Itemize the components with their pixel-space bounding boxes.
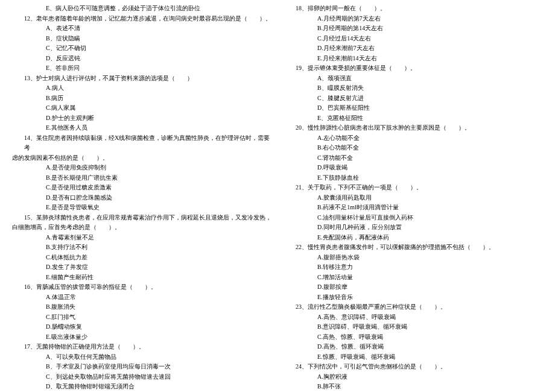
answer-option: E.是否是导管吸氧史 <box>12 203 271 213</box>
answer-option: D.是否有口腔念珠菌感染 <box>12 193 271 203</box>
left-column: E、病人卧位不可随意调整，必须处于适于体位引流的卧位12、老年患者随着年龄的增加… <box>12 4 271 392</box>
answer-option: D.肠蠕动恢复 <box>12 322 271 332</box>
answer-option: B、手术室及门诊换药室使用均应每日消毒一次 <box>12 362 271 372</box>
question-continuation: 白细胞增高，应首先考虑的是（ ）。 <box>12 223 271 233</box>
answer-option: E、克匿格征阳性 <box>284 113 543 124</box>
answer-option: B.支持疗法不利 <box>12 242 271 253</box>
answer-option: A、颈项强直 <box>284 74 543 84</box>
answer-option: D.月经来潮前7天左右 <box>284 43 543 54</box>
question-text: 20、慢性肺源性心脏病患者出现下肢水肿的主要原因是（ ）。 <box>284 123 543 133</box>
answer-option: C、膝腱反射亢进 <box>284 93 543 104</box>
question-text: 22、慢性胃炎患者腹痛发作时，可以缓解腹痛的护理措施不包括（ ）。 <box>284 242 543 253</box>
answer-option: E.月经来潮前14天左右 <box>284 54 543 64</box>
answer-option: E.下肢静脉血栓 <box>284 173 543 183</box>
answer-option: B.腹胀消失 <box>12 302 271 312</box>
answer-option: B、症状隐瞒 <box>12 34 271 44</box>
answer-option: B.转移注意力 <box>284 262 543 273</box>
question-text: 14、某住院患者因持续咳黏痰，经X线和痰菌检查，诊断为真菌性肺炎，在护理评估时，… <box>12 133 271 153</box>
answer-option: A.胸腔积液 <box>284 372 543 382</box>
answer-option: B.是否长期使用广谱抗生素 <box>12 173 271 183</box>
question-text: 24、下列情况中，可引起气管向患侧移位的是（ ）。 <box>284 362 543 372</box>
answer-option: C.肛门排气 <box>12 312 271 323</box>
answer-option: D、取无菌持物钳时钳端无须闭合 <box>12 382 271 392</box>
answer-option: C、到远处夹取物品时应将无菌持物钳速去速回 <box>12 372 271 382</box>
answer-option: B.病历 <box>12 93 271 104</box>
answer-option: A.病人 <box>12 83 271 93</box>
answer-option: D、巴宾斯基征阳性 <box>284 103 543 113</box>
answer-option: E、病人卧位不可随意调整，必须处于适于体位引流的卧位 <box>12 4 271 14</box>
answer-option: E、答非所问 <box>12 63 271 74</box>
answer-option: B.肺不张 <box>284 382 543 392</box>
right-column: 18、排卵的时间一般在（ ）。A.月经周期的第7天左右B.月经周期的第14天左右… <box>284 4 543 392</box>
answer-option: D.同时用几种药液，应分别放置 <box>284 223 543 233</box>
answer-option: D.护士的主观判断 <box>12 113 271 124</box>
answer-option: C.油剂用量杯计量后可直接倒入药杯 <box>284 213 543 223</box>
answer-option: A.腹部捂热水袋 <box>284 253 543 263</box>
answer-option: A.胶囊须用药匙取用 <box>284 193 543 203</box>
answer-option: A.左心功能不全 <box>284 133 543 144</box>
answer-option: D.高热、惊厥、循环衰竭 <box>284 342 543 352</box>
answer-option: A.月经周期的第7天左右 <box>284 14 543 24</box>
question-continuation: 虑的发病因素不包括的是（ ）。 <box>12 153 271 163</box>
question-text: 23、流行性乙型脑炎极期最严重的三种症状是（ ）。 <box>284 302 543 312</box>
answer-option: C.机体抵抗力差 <box>12 253 271 263</box>
answer-option: C.病人家属 <box>12 103 271 113</box>
question-text: 15、某肺炎球菌性炎患者，在应用常规青霉素治疗作用下，病程延长且退烧后，又发冷发… <box>12 213 271 223</box>
question-text: 16、胃肠减压管的拔管最可靠的指征是（ ）。 <box>12 282 271 292</box>
answer-option: C.月经过后14天左右 <box>284 34 543 44</box>
answer-option: C.增加活动量 <box>284 273 543 283</box>
answer-option: A.高热、意识障碍、呼吸衰竭 <box>284 312 543 323</box>
question-text: 21、关于取药，下列不正确的一项是（ ）。 <box>284 183 543 193</box>
answer-option: E.吸出液体量少 <box>12 332 271 343</box>
answer-option: C.肾功能不全 <box>284 153 543 163</box>
answer-option: B.右心功能不全 <box>284 143 543 153</box>
question-text: 12、老年患者随着年龄的增加，记忆能力逐步减退，在询问病史时最容易出现的是（ ）… <box>12 14 271 24</box>
question-text: 13、护士对病人进行评估时，不属于资料来源的选项是（ ） <box>12 74 271 84</box>
answer-option: E.先配固体药，再配液体药 <box>284 233 543 243</box>
answer-option: E.细菌产生耐药性 <box>12 273 271 283</box>
answer-option: D.发生了并发症 <box>12 262 271 273</box>
answer-option: B.月经周期的第14天左右 <box>284 24 543 34</box>
answer-option: D.腹部按摩 <box>284 282 543 292</box>
answer-option: A、可以夹取任何无菌物品 <box>12 352 271 362</box>
answer-option: C.高热、惊厥、呼吸衰竭 <box>284 332 543 343</box>
page-content: E、病人卧位不可随意调整，必须处于适于体位引流的卧位12、老年患者随着年龄的增加… <box>0 0 555 392</box>
answer-option: D.呼吸衰竭 <box>284 163 543 173</box>
answer-option: B、瞳膜反射消失 <box>284 83 543 93</box>
answer-option: E.其他医务人员 <box>12 123 271 133</box>
answer-option: A、表述不清 <box>12 24 271 34</box>
answer-option: E.播放轻音乐 <box>284 292 543 303</box>
answer-option: E.惊厥、呼吸衰竭、循环衰竭 <box>284 352 543 362</box>
answer-option: B.意识障碍、呼吸衰竭、循环衰竭 <box>284 322 543 332</box>
question-text: 18、排卵的时间一般在（ ）。 <box>284 4 543 14</box>
answer-option: D、反应迟钝 <box>12 54 271 64</box>
answer-option: B.药液不足1ml时须用滴管计量 <box>284 203 543 213</box>
question-text: 19、提示锥体束受损的重要体征是（ ）。 <box>284 63 543 74</box>
answer-option: C.是否使用过糖皮质激素 <box>12 183 271 193</box>
answer-option: A.是否使用免疫抑制剂 <box>12 163 271 173</box>
question-text: 17、无菌持物钳的正确使用方法是（ ）。 <box>12 342 271 352</box>
answer-option: A.青霉素剂量不足 <box>12 233 271 243</box>
answer-option: A.体温正常 <box>12 292 271 303</box>
answer-option: C、记忆不确切 <box>12 43 271 54</box>
